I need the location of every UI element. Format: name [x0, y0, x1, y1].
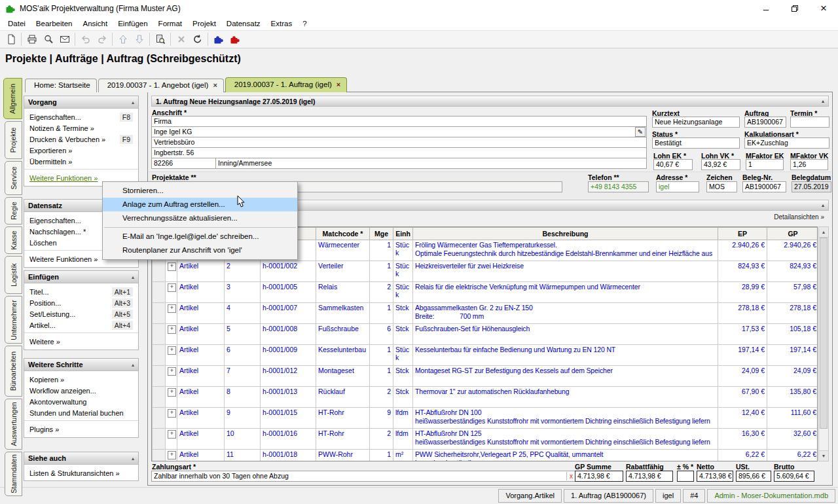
menu-item-routenplaner-zur-anschrift-von-igel[interactable]: Routenplaner zur Anschrift von 'igel' — [103, 243, 297, 257]
cell-mge[interactable]: 9 — [370, 408, 393, 429]
table-row[interactable]: +Artikel6h-0001/009Kesselunterbau1StückK… — [153, 345, 818, 366]
collapse-icon[interactable]: ▴ — [822, 98, 824, 104]
cell-pos[interactable]: 8 — [225, 387, 261, 408]
doc-tab-2019-00037-1-angebot-igel[interactable]: 2019.00037 - 1. Angebot (igel)× — [98, 79, 224, 92]
new-document-button[interactable] — [3, 31, 19, 47]
close-tab-icon[interactable]: × — [213, 81, 217, 92]
zahlungsart-field[interactable]: Zahlbar innerhalb von 30 Tagen ohne Abzu… — [151, 471, 577, 482]
zeichen-field[interactable]: MOS — [706, 181, 737, 192]
column-header-beschreibung[interactable]: Beschreibung — [413, 228, 718, 240]
cell-pos[interactable]: 11 — [225, 450, 261, 462]
clear-zahlungsart-icon[interactable]: x — [566, 472, 575, 480]
cell-nummer[interactable]: h-0001/016 — [261, 429, 316, 450]
cell-ep[interactable]: 197,14 € — [718, 345, 767, 366]
cell-typ[interactable]: Artikel — [177, 303, 225, 324]
row-selector[interactable] — [153, 345, 166, 366]
cell-pos[interactable]: 7 — [225, 366, 261, 387]
cell-mge[interactable]: 1 — [370, 366, 393, 387]
sidebar-section-header[interactable]: Einfügen▴ — [24, 271, 138, 283]
expand-icon[interactable]: + — [168, 346, 176, 355]
table-row[interactable]: +Artikel3h-0001/005Relais2StückRelais fü… — [153, 282, 818, 303]
sidebar-section-header[interactable]: Weitere Schritte▴ — [24, 359, 138, 371]
menu-extras[interactable]: Extras — [266, 18, 298, 29]
cell-gp[interactable]: 135,80 € — [767, 387, 818, 408]
belegdatum-field[interactable]: 27.05.2019 — [792, 181, 831, 192]
sidebar-item-stunden-und-material-buchen[interactable]: Stunden und Material buchen — [24, 407, 138, 418]
cell-matchcode[interactable]: Rücklauf — [316, 387, 370, 408]
telefon-field[interactable]: +49 8143 4355 — [588, 181, 649, 192]
total-field-brutto[interactable]: 5.609,64 € — [774, 471, 814, 482]
anschrift-ort-field[interactable]: Inning/Ammersee — [215, 158, 647, 169]
cell-beschreibung[interactable]: HT-Abflußrohr DN 125 heißwasserbeständig… — [413, 429, 718, 450]
cell-gp[interactable]: 111,60 € — [767, 408, 818, 429]
cell-gp[interactable]: 197,14 € — [767, 345, 818, 366]
nav-tab-auswertungen[interactable]: Auswertungen — [5, 399, 22, 450]
menu-einfügen[interactable]: Einfügen — [113, 18, 153, 29]
sidebar-item-drucken-verbuchen[interactable]: Drucken & Verbuchen »F9 — [24, 134, 138, 145]
cell-ep[interactable]: 17,53 € — [718, 324, 767, 345]
cell-matchcode[interactable]: HT-Rohr — [316, 429, 370, 450]
cell-einh[interactable]: Stck — [393, 366, 413, 387]
row-selector[interactable] — [153, 261, 166, 282]
status-field[interactable]: Bestätigt — [652, 137, 740, 149]
cell-ep[interactable]: 6,22 € — [718, 450, 767, 462]
row-selector[interactable] — [153, 324, 166, 345]
lohn-ek-field[interactable]: 40,67 € — [653, 159, 693, 170]
cell-matchcode[interactable]: Verteiler — [316, 261, 370, 282]
mfaktor-ek-field[interactable]: 1 — [746, 159, 784, 170]
cell-ep[interactable]: 28,99 € — [718, 282, 767, 303]
cell-matchcode[interactable]: Wärmecenter — [316, 240, 370, 261]
cell-typ[interactable]: Artikel — [177, 366, 225, 387]
cell-gp[interactable]: 6,22 € — [767, 450, 818, 462]
total-field-ust[interactable]: 895,66 € — [736, 471, 771, 482]
collapse-icon[interactable]: ▴ — [822, 202, 824, 208]
cell-beschreibung[interactable]: Relais für die elektrische Verknüpfung m… — [413, 282, 718, 303]
sidebar-item-exportieren[interactable]: Exportieren » — [24, 145, 138, 156]
plugin-red-button[interactable] — [227, 31, 243, 47]
cell-pos[interactable]: 3 — [225, 282, 261, 303]
cell-pos[interactable]: 4 — [225, 303, 261, 324]
expand-icon[interactable]: + — [168, 367, 176, 376]
expand-icon[interactable]: + — [168, 430, 176, 439]
total-field-item[interactable] — [677, 471, 694, 482]
row-selector[interactable] — [153, 366, 166, 387]
cell-gp[interactable]: 57,98 € — [767, 282, 818, 303]
cell-typ[interactable]: Artikel — [177, 408, 225, 429]
cell-einh[interactable]: lfdm — [393, 429, 413, 450]
cell-einh[interactable]: Stck — [393, 303, 413, 324]
menu-bearbeiten[interactable]: Bearbeiten — [31, 18, 78, 29]
column-header-matchcode[interactable]: Matchcode * — [316, 228, 370, 240]
sidebar-item-kopieren[interactable]: Kopieren » — [24, 374, 138, 385]
table-row[interactable]: +Artikel10h-0001/016HT-Rohr2lfdmHT-Abflu… — [153, 429, 818, 450]
close-button[interactable]: × — [809, 0, 838, 17]
cell-matchcode[interactable]: Fußschraube — [316, 324, 370, 345]
row-selector[interactable] — [153, 429, 166, 450]
cell-nummer[interactable]: h-0001/005 — [261, 282, 316, 303]
termin-field[interactable] — [790, 117, 829, 128]
cell-pos[interactable]: 10 — [225, 429, 261, 450]
anschrift-zeile3-field[interactable]: Vertriebsbüro — [151, 137, 647, 148]
nav-tab-unternehmer[interactable]: Unternehmer — [5, 296, 22, 344]
mfaktor-vk-field[interactable]: 1,26 — [790, 159, 828, 170]
cell-nummer[interactable]: h-0001/012 — [261, 366, 316, 387]
cell-nummer[interactable]: h-0001/002 — [261, 261, 316, 282]
print-button[interactable] — [24, 31, 40, 47]
expand-icon[interactable]: + — [168, 262, 176, 271]
cell-typ[interactable]: Artikel — [177, 261, 225, 282]
edit-address-icon[interactable]: ✎ — [635, 127, 646, 137]
cell-gp[interactable]: 2.940,26 € — [767, 240, 818, 261]
cell-gp[interactable]: 32,60 € — [767, 429, 818, 450]
nav-tab-logistik[interactable]: Logistik — [5, 256, 22, 294]
expand-icon[interactable]: + — [168, 451, 176, 459]
menu-item[interactable]: ? — [297, 18, 312, 29]
menu-datensatz[interactable]: Datensatz — [221, 18, 266, 29]
cell-gp[interactable]: 278,18 € — [767, 303, 818, 324]
column-header-gp[interactable]: GP — [767, 228, 818, 240]
cell-nummer[interactable]: h-0001/007 — [261, 303, 316, 324]
cell-typ[interactable]: Artikel — [177, 345, 225, 366]
cell-einh[interactable]: lfdm — [393, 408, 413, 429]
cell-nummer[interactable]: h-0001/008 — [261, 324, 316, 345]
cell-mge[interactable]: 2 — [370, 387, 393, 408]
cell-ep[interactable]: 12,40 € — [718, 408, 767, 429]
adresse-field[interactable]: igel — [656, 181, 699, 192]
